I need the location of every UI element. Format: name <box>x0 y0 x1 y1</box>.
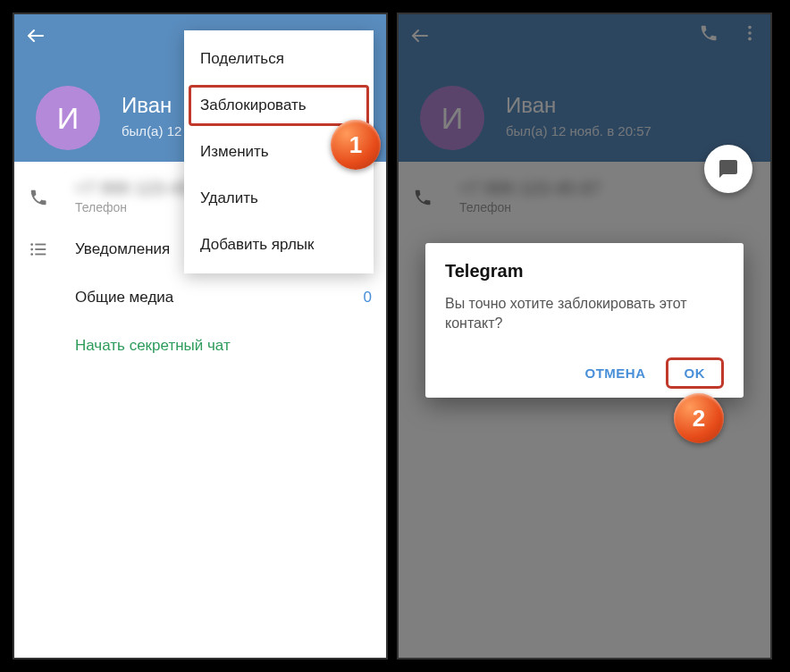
phone-icon <box>29 188 48 207</box>
profile-name: Иван <box>122 93 172 118</box>
secret-chat-row[interactable]: Начать секретный чат <box>14 322 386 370</box>
step-number: 2 <box>693 405 705 433</box>
svg-rect-6 <box>35 254 46 256</box>
notifications-label: Уведомления <box>75 240 170 257</box>
screenshot-left: И Иван был(а) 12 нояб. в 20:57 +7 999 12… <box>13 13 388 659</box>
secret-chat-label: Начать секретный чат <box>75 337 231 354</box>
annotation-step-1: 1 <box>331 120 381 170</box>
menu-item-add-shortcut[interactable]: Добавить ярлык <box>184 222 374 268</box>
svg-point-1 <box>30 243 33 246</box>
shared-media-value: 0 <box>364 289 372 307</box>
menu-item-block[interactable]: Заблокировать <box>188 84 370 127</box>
avatar[interactable]: И <box>36 86 100 150</box>
dialog-message: Вы точно хотите заблокировать этот конта… <box>445 294 724 334</box>
shared-media-row[interactable]: Общие медиа 0 <box>14 273 386 322</box>
svg-rect-4 <box>35 248 46 250</box>
annotation-step-2: 2 <box>674 393 724 443</box>
ok-button[interactable]: OK <box>666 357 725 389</box>
confirm-block-dialog: Telegram Вы точно хотите заблокировать э… <box>425 243 744 398</box>
back-arrow-icon[interactable] <box>25 25 46 46</box>
svg-point-3 <box>30 248 33 251</box>
step-number: 1 <box>349 131 362 159</box>
menu-item-share[interactable]: Поделиться <box>184 36 374 82</box>
avatar-letter: И <box>57 101 79 136</box>
svg-rect-2 <box>35 244 46 246</box>
chat-icon <box>718 158 739 180</box>
shared-media-label: Общие медиа <box>75 289 173 306</box>
svg-point-5 <box>30 253 33 256</box>
chat-fab[interactable] <box>704 145 752 193</box>
cancel-button[interactable]: ОТМЕНА <box>573 358 659 388</box>
dialog-title: Telegram <box>445 261 724 281</box>
screenshot-right: И Иван был(а) 12 нояб. в 20:57 +7 999 12… <box>397 13 772 659</box>
menu-item-delete[interactable]: Удалить <box>184 175 374 222</box>
list-icon <box>29 239 48 259</box>
